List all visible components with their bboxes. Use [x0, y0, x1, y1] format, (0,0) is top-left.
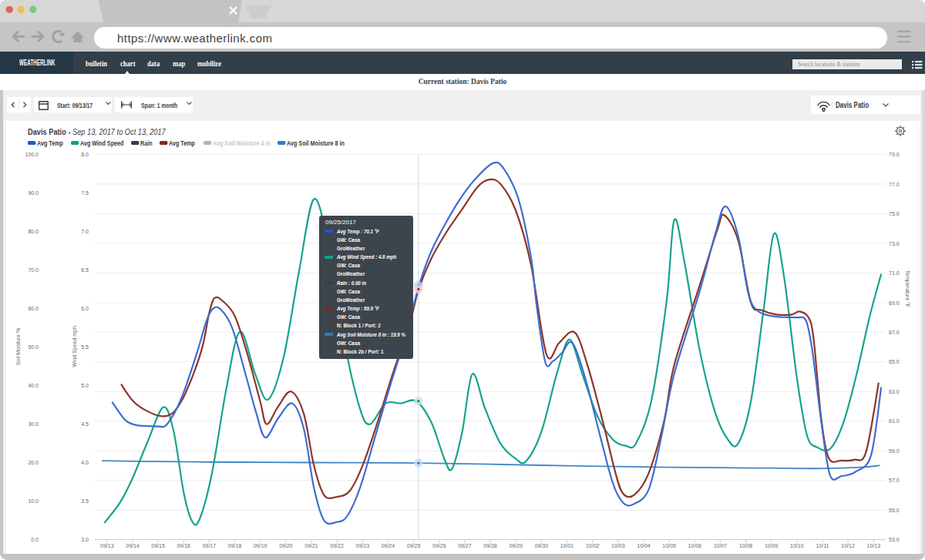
svg-text:100.0: 100.0 [25, 152, 39, 157]
svg-text:73.0: 73.0 [889, 241, 900, 246]
svg-text:65.0: 65.0 [889, 359, 900, 364]
svg-text:6.0: 6.0 [81, 306, 89, 311]
svg-text:79.0: 79.0 [889, 152, 900, 157]
svg-text:0.0: 0.0 [31, 537, 39, 542]
svg-text:75.0: 75.0 [889, 211, 900, 216]
svg-text:10/02: 10/02 [586, 543, 600, 548]
svg-text:09/19: 09/19 [254, 543, 267, 548]
svg-text:10.0: 10.0 [28, 498, 39, 504]
svg-text:67.0: 67.0 [889, 330, 900, 335]
svg-text:3.0: 3.0 [81, 537, 89, 542]
svg-text:09/30: 09/30 [535, 543, 549, 548]
svg-text:7.5: 7.5 [81, 190, 89, 196]
svg-text:09/17: 09/17 [203, 543, 217, 548]
svg-text:60.0: 60.0 [28, 306, 39, 311]
svg-text:10/12: 10/12 [841, 543, 855, 548]
svg-text:09/20: 09/20 [279, 543, 293, 548]
svg-text:10/06: 10/06 [688, 543, 701, 548]
svg-text:09/24: 09/24 [382, 543, 395, 548]
svg-text:10/10: 10/10 [790, 543, 804, 548]
svg-text:09/22: 09/22 [330, 543, 344, 548]
svg-text:09/23: 09/23 [356, 543, 370, 548]
svg-text:09/13: 09/13 [100, 543, 114, 548]
svg-text:7.0: 7.0 [81, 229, 89, 234]
svg-text:6.5: 6.5 [81, 267, 89, 273]
svg-text:59.0: 59.0 [889, 448, 900, 454]
svg-text:10/13: 10/13 [867, 543, 881, 548]
svg-text:63.0: 63.0 [889, 389, 900, 394]
svg-text:30.0: 30.0 [28, 421, 39, 427]
svg-text:77.0: 77.0 [889, 182, 900, 187]
svg-text:69.0: 69.0 [889, 300, 900, 306]
svg-text:10/04: 10/04 [637, 543, 651, 548]
svg-text:57.0: 57.0 [889, 478, 900, 483]
svg-text:3.5: 3.5 [81, 498, 89, 504]
svg-text:Temperature °F: Temperature °F [904, 270, 910, 307]
svg-text:20.0: 20.0 [28, 460, 39, 465]
svg-text:90.0: 90.0 [28, 190, 39, 196]
svg-text:55.0: 55.0 [889, 508, 900, 513]
svg-text:09/29: 09/29 [509, 543, 523, 548]
svg-text:5.0: 5.0 [81, 383, 89, 388]
svg-text:80.0: 80.0 [28, 229, 39, 234]
svg-text:70.0: 70.0 [28, 267, 39, 273]
svg-text:09/26: 09/26 [432, 543, 446, 548]
svg-text:10/08: 10/08 [739, 543, 753, 548]
svg-text:50.0: 50.0 [28, 344, 39, 350]
svg-text:10/07: 10/07 [714, 543, 728, 548]
svg-text:10/05: 10/05 [662, 543, 676, 548]
svg-text:09/27: 09/27 [458, 543, 472, 548]
svg-text:4.5: 4.5 [81, 421, 89, 427]
svg-text:10/01: 10/01 [560, 543, 574, 548]
svg-text:09/14: 09/14 [126, 543, 140, 548]
svg-text:09/25: 09/25 [407, 543, 421, 548]
svg-text:71.0: 71.0 [889, 270, 900, 276]
svg-text:09/18: 09/18 [228, 543, 242, 548]
svg-text:53.0: 53.0 [889, 537, 900, 542]
svg-text:Wind Speed mph: Wind Speed mph [72, 326, 78, 367]
svg-text:5.5: 5.5 [81, 344, 89, 350]
svg-text:09/15: 09/15 [151, 543, 165, 548]
svg-text:10/03: 10/03 [611, 543, 625, 548]
svg-text:40.0: 40.0 [28, 383, 39, 388]
svg-text:09/28: 09/28 [483, 543, 497, 548]
svg-text:09/21: 09/21 [304, 543, 318, 548]
svg-text:61.0: 61.0 [889, 418, 900, 424]
svg-text:09/16: 09/16 [177, 543, 190, 548]
svg-text:Soil Moisture %: Soil Moisture % [15, 328, 21, 366]
svg-text:10/09: 10/09 [765, 543, 779, 548]
svg-text:4.0: 4.0 [81, 460, 89, 465]
svg-text:8.0: 8.0 [81, 152, 89, 157]
svg-text:10/11: 10/11 [816, 543, 829, 548]
